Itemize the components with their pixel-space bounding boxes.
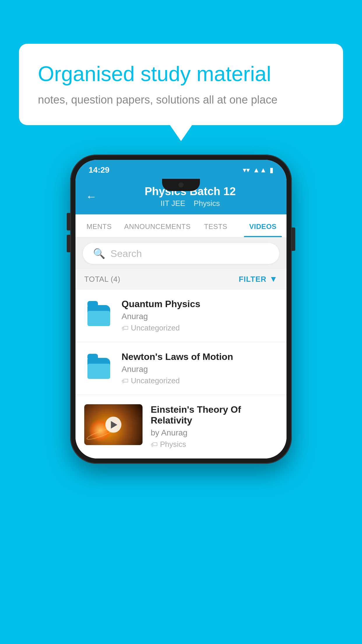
tab-announcements[interactable]: ANNOUNCEMENTS xyxy=(123,214,192,237)
folder-icon-quantum xyxy=(84,305,113,326)
video-info-einstein: Einstein's Theory Of Relativity by Anura… xyxy=(151,404,278,449)
back-button[interactable]: ← xyxy=(86,190,97,203)
video-info-quantum: Quantum Physics Anurag 🏷 Uncategorized xyxy=(122,299,278,332)
power-button xyxy=(292,228,295,251)
signal-icon: ▲▲ xyxy=(253,166,267,174)
speech-bubble: Organised study material notes, question… xyxy=(19,44,343,125)
tab-ments[interactable]: MENTS xyxy=(75,214,123,237)
video-author: Anurag xyxy=(122,365,278,374)
tab-tests[interactable]: TESTS xyxy=(192,214,239,237)
search-icon: 🔍 xyxy=(93,248,105,259)
list-item[interactable]: Quantum Physics Anurag 🏷 Uncategorized xyxy=(75,289,287,342)
folder-front-icon xyxy=(87,311,110,326)
filter-bar: TOTAL (4) FILTER ▼ xyxy=(75,269,287,289)
filter-button[interactable]: FILTER ▼ xyxy=(239,274,278,284)
bubble-title: Organised study material xyxy=(38,61,324,86)
status-time: 14:29 xyxy=(89,165,110,175)
tag-icon: 🏷 xyxy=(122,377,129,385)
list-item[interactable]: Einstein's Theory Of Relativity by Anura… xyxy=(75,395,287,459)
tag-icon: 🏷 xyxy=(151,440,158,449)
wifi-icon: ▾▾ xyxy=(243,166,250,174)
video-author: Anurag xyxy=(122,312,278,321)
video-author: by Anurag xyxy=(151,428,278,438)
search-bar-container: 🔍 Search xyxy=(75,238,287,269)
status-bar: 14:29 ▾▾ ▲▲ ▮ xyxy=(75,160,287,179)
search-bar[interactable]: 🔍 Search xyxy=(83,243,279,264)
search-input[interactable]: Search xyxy=(110,248,142,259)
battery-icon: ▮ xyxy=(270,166,273,174)
tag-icon: 🏷 xyxy=(122,324,129,332)
tabs-bar: MENTS ANNOUNCEMENTS TESTS VIDEOS xyxy=(75,214,287,238)
batch-subtitle: IIT JEE Physics xyxy=(104,199,276,208)
status-icons: ▾▾ ▲▲ ▮ xyxy=(243,166,273,174)
video-tag: 🏷 Physics xyxy=(151,440,278,449)
total-count-label: TOTAL (4) xyxy=(84,275,120,284)
folder-front-icon xyxy=(87,364,110,379)
list-item[interactable]: Newton's Laws of Motion Anurag 🏷 Uncateg… xyxy=(75,342,287,395)
volume-up-button xyxy=(67,213,70,230)
video-info-newton: Newton's Laws of Motion Anurag 🏷 Uncateg… xyxy=(122,351,278,385)
video-tag: 🏷 Uncategorized xyxy=(122,376,278,385)
video-tag: 🏷 Uncategorized xyxy=(122,323,278,332)
play-triangle-icon xyxy=(111,421,117,428)
video-title: Quantum Physics xyxy=(122,299,278,309)
phone-notch xyxy=(162,179,200,191)
video-thumbnail-einstein xyxy=(84,404,143,445)
video-title: Newton's Laws of Motion xyxy=(122,351,278,362)
filter-label: FILTER xyxy=(239,275,266,284)
filter-funnel-icon: ▼ xyxy=(269,274,278,284)
play-button[interactable] xyxy=(106,417,122,433)
subtitle-physics: Physics xyxy=(194,199,220,208)
bubble-subtitle: notes, question papers, solutions all at… xyxy=(38,94,324,106)
volume-down-button xyxy=(67,235,70,252)
phone-mockup: 14:29 ▾▾ ▲▲ ▮ ← Physics Batch 12 IIT JEE xyxy=(70,155,292,464)
folder-icon-newton xyxy=(84,358,113,379)
tab-videos[interactable]: VIDEOS xyxy=(239,214,287,237)
video-list: Quantum Physics Anurag 🏷 Uncategorized xyxy=(75,289,287,459)
subtitle-iitjee: IIT JEE xyxy=(161,199,185,208)
front-camera xyxy=(178,182,184,188)
video-title: Einstein's Theory Of Relativity xyxy=(151,404,278,426)
